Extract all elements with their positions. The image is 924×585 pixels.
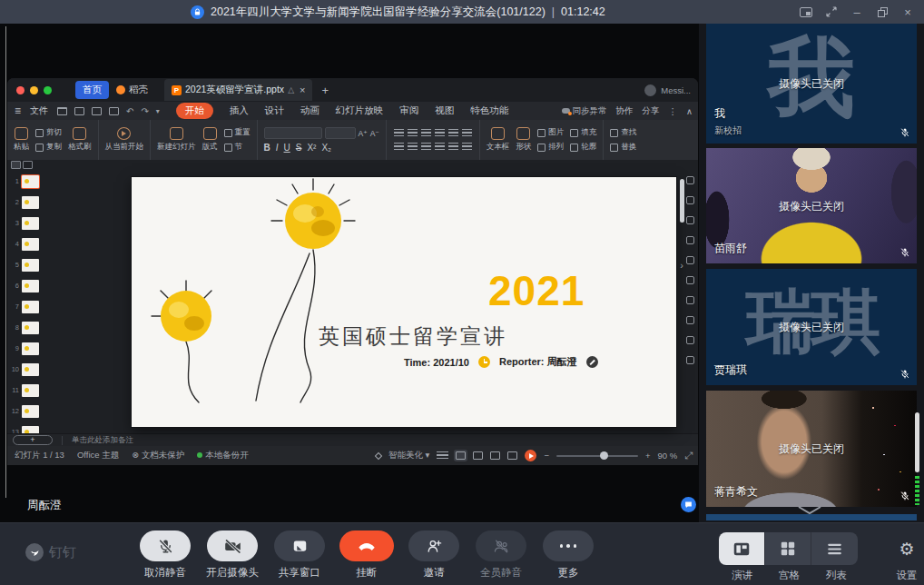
columns-icon[interactable] — [448, 143, 458, 151]
participant-tile[interactable]: 瑞琪 摄像头已关闭 贾瑞琪 — [706, 269, 917, 385]
fit-screen-icon[interactable]: ⤢ — [684, 450, 693, 461]
ribbon-tab-2[interactable]: 插入 — [230, 104, 249, 117]
outline-button[interactable]: 轮廓 — [570, 142, 596, 153]
sync-status[interactable]: 同步异常 — [562, 105, 607, 117]
slide-thumbnail[interactable]: 12 — [7, 401, 40, 421]
preview-icon[interactable] — [109, 107, 119, 115]
kebab-icon[interactable]: ⋮ — [669, 106, 678, 116]
slide-canvas[interactable]: 2021 英国硕士留学宣讲 Time: 2021/10 Reporter: 周酝… — [132, 177, 676, 427]
text-direction-icon[interactable] — [462, 129, 472, 137]
save-icon[interactable] — [74, 107, 84, 115]
quick-access-icons[interactable]: ↶ ↷ ▾ — [57, 106, 160, 116]
reading-view-icon[interactable] — [490, 451, 500, 460]
protect-status[interactable]: ⊗ 文档未保护 — [132, 450, 184, 461]
paragraph-spacing-icon[interactable] — [462, 143, 472, 151]
right-panel-icon[interactable] — [686, 236, 694, 244]
ribbon-tab-1[interactable]: 开始 — [176, 103, 213, 119]
view-list-button[interactable] — [811, 532, 858, 565]
participant-tile[interactable]: 摄像头已关闭 苗雨舒 — [706, 148, 917, 263]
ribbon-tab-6[interactable]: 审阅 — [399, 104, 418, 117]
view-grid-button[interactable] — [765, 532, 811, 565]
ribbon-tab-3[interactable]: 设计 — [265, 104, 284, 117]
slide-thumbnail[interactable]: 7 — [7, 296, 40, 317]
replace-button[interactable]: 替换 — [610, 142, 636, 153]
align-left-icon[interactable] — [394, 143, 404, 151]
zoom-out-button[interactable]: − — [544, 451, 549, 461]
open-icon[interactable] — [57, 107, 67, 115]
backup-status[interactable]: 本地备份开 — [197, 450, 249, 461]
layout-button[interactable]: 版式 — [202, 127, 218, 153]
normal-view-icon[interactable] — [456, 451, 466, 460]
font-select[interactable] — [264, 127, 322, 139]
print-icon[interactable] — [92, 107, 102, 115]
bold-button[interactable]: B — [264, 143, 270, 153]
strikethrough-button[interactable]: S — [296, 143, 302, 153]
indent-increase-icon[interactable] — [435, 129, 445, 137]
collaborate-button[interactable]: 协作 — [616, 105, 634, 117]
unmute-button[interactable]: 取消静音 — [136, 530, 194, 580]
share-button[interactable]: 分享 — [643, 105, 660, 117]
right-panel-icon[interactable] — [686, 216, 694, 224]
slide-thumbnail[interactable]: 9 — [7, 338, 40, 359]
zoom-percent[interactable]: 90 % — [658, 451, 678, 461]
new-slide-button[interactable]: 新建幻灯片 — [157, 127, 196, 153]
master-view-icon[interactable] — [507, 451, 517, 460]
slide-thumbnail[interactable]: 3 — [7, 213, 40, 233]
slide-thumbnail[interactable]: 5 — [7, 254, 40, 275]
reset-button[interactable]: 重置 — [224, 127, 251, 138]
participant-tile-self[interactable]: 我 摄像头已关闭 我 新校招 — [706, 24, 917, 144]
slide-thumbnail[interactable]: 10 — [7, 359, 40, 380]
ribbon-tab-5[interactable]: 幻灯片放映 — [336, 104, 384, 117]
close-button[interactable]: × — [897, 3, 919, 21]
font-decrease[interactable]: A⁻ — [370, 129, 379, 138]
tab-document[interactable]: P 2021英硕留学宣讲.pptx △ × — [164, 79, 312, 101]
sorter-view-icon[interactable] — [473, 451, 483, 460]
smart-beautify-button[interactable]: 智能美化 ▾ — [388, 450, 429, 461]
invite-button[interactable]: 邀请 — [405, 530, 463, 580]
shape-button[interactable]: 形状 — [516, 127, 531, 153]
right-panel-icon[interactable] — [686, 176, 694, 184]
camera-on-button[interactable]: 开启摄像头 — [203, 530, 261, 580]
play-from-current-button[interactable]: 从当前开始 — [105, 127, 144, 153]
hamburger-icon[interactable]: ≡ — [15, 104, 21, 117]
cut-button[interactable]: 剪切 — [35, 127, 62, 138]
align-right-icon[interactable] — [421, 143, 431, 151]
restore-button[interactable] — [871, 3, 893, 21]
participant-tile[interactable]: 摄像头已关闭 蒋青希文 — [706, 391, 917, 507]
ribbon-tab-4[interactable]: 动画 — [300, 104, 319, 117]
slide-thumbnail[interactable]: 8 — [7, 317, 40, 338]
fill-button[interactable]: 填充 — [570, 127, 596, 138]
justify-icon[interactable] — [435, 143, 445, 151]
slide-thumbnail[interactable]: 1 — [7, 171, 40, 192]
hangup-button[interactable]: 挂断 — [338, 530, 396, 580]
right-panel-icon[interactable] — [686, 276, 694, 284]
textbox-button[interactable]: 文本框 — [487, 127, 510, 153]
ribbon-tab-8[interactable]: 特色功能 — [470, 104, 508, 117]
add-slide-button[interactable]: + — [13, 435, 53, 445]
right-panel-icon[interactable] — [686, 316, 694, 324]
superscript-button[interactable]: X² — [307, 143, 316, 153]
minimize-button[interactable]: – — [846, 3, 868, 21]
notes-placeholder[interactable]: 单击此处添加备注 — [62, 436, 133, 445]
underline-button[interactable]: U — [284, 143, 290, 153]
font-increase[interactable]: A⁺ — [359, 129, 368, 138]
zoom-slider[interactable] — [556, 455, 638, 457]
zoom-in-button[interactable]: + — [645, 451, 651, 461]
settings-button[interactable]: ⚙ — [893, 532, 920, 565]
ribbon-tab-7[interactable]: 视图 — [435, 104, 454, 117]
slide-thumbnail[interactable]: 6 — [7, 275, 40, 296]
tab-home[interactable]: 首页 — [75, 81, 109, 99]
share-window-button[interactable]: 共享窗口 — [270, 530, 329, 580]
arrange-button[interactable]: 排列 — [537, 142, 564, 153]
font-size-select[interactable] — [325, 127, 356, 139]
line-spacing-icon[interactable] — [448, 129, 458, 137]
theme-name[interactable]: Office 主题 — [77, 450, 119, 461]
redo-icon[interactable]: ↷ — [141, 106, 148, 116]
notes-view-icon[interactable] — [437, 451, 448, 460]
paste-button[interactable]: 粘贴 — [14, 127, 29, 153]
new-tab-button[interactable]: + — [321, 84, 329, 97]
chat-bubble-button[interactable] — [681, 497, 696, 512]
indent-decrease-icon[interactable] — [421, 129, 431, 137]
find-button[interactable]: 查找 — [610, 127, 636, 138]
dropdown-icon[interactable]: ▾ — [156, 107, 160, 115]
